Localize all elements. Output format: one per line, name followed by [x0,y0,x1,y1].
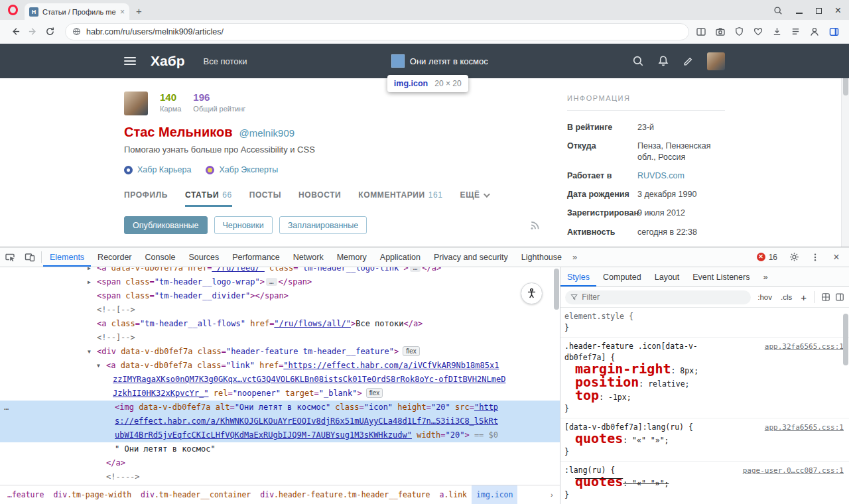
styles-tab-styles[interactable]: Styles [560,267,596,286]
new-tab-button[interactable]: + [136,5,142,17]
chevron-right-icon[interactable]: ▶ [88,267,91,275]
flex-badge[interactable]: flex [366,388,383,398]
write-pencil-icon[interactable] [683,56,694,67]
devtools-close-icon[interactable]: × [826,251,846,263]
profile-tab-2[interactable]: ПОСТЫ [249,186,281,207]
css-source-link[interactable]: app.32fa6565.css:1 [765,341,844,352]
tree-line[interactable]: zzIMYRagaXKso0nQM7K3g0GKqx…vctG3Q4VOL6KL… [0,373,560,387]
more-tabs-icon[interactable]: » [568,247,581,267]
url-text[interactable]: habr.com/ru/users/melnik909/articles/ [86,27,224,36]
computed-sidebar-icon[interactable] [835,292,844,302]
rss-icon[interactable] [529,220,541,231]
flex-badge[interactable]: flex [403,346,420,356]
profile-tab-5[interactable]: ЕЩЁ [460,186,488,207]
devtools-tab-recorder[interactable]: Recorder [91,247,138,267]
tree-line[interactable]: ▶<span class="tm-header__logo-wrap">…</s… [0,275,560,289]
tab-search-icon[interactable] [773,6,783,15]
devtools-tab-performance[interactable]: Performance [226,247,287,267]
profile-avatar[interactable] [124,92,148,115]
window-close-button[interactable]: × [835,5,841,16]
profile-tab-0[interactable]: ПРОФИЛЬ [124,186,168,207]
breadcrumb-item[interactable]: div.header-feature.tm-header__feature [255,485,434,504]
profile-badge[interactable]: Хабр Эксперты [206,165,278,174]
feature-link[interactable]: Они летят в космос img.icon 20 × 20 [391,54,488,68]
bookmark-heart-icon[interactable] [753,27,763,36]
info-value[interactable]: RUVDS.com [637,170,685,181]
filter-chip-1[interactable]: Черновики [214,216,273,234]
tree-line[interactable]: …<img data-v-db0fef7a alt="Они летят в к… [0,401,560,414]
filter-chip-0[interactable]: Опубликованные [124,216,208,234]
devtools-tab-elements[interactable]: Elements [43,247,91,267]
element-classes-button[interactable]: .cls [779,293,794,301]
toggle-element-state-button[interactable]: :hov [755,293,774,301]
download-icon[interactable] [772,27,782,36]
css-declaration[interactable]: position: relative; [564,377,844,390]
kebab-menu-icon[interactable] [805,253,825,262]
styles-tab-computed[interactable]: Computed [596,267,648,286]
tree-line[interactable]: <!--]--> [0,331,560,345]
opera-logo[interactable] [8,5,18,15]
error-badge[interactable]: ✕ 16 [751,253,783,262]
expand-ellipsis-button[interactable]: … [410,267,421,272]
menu-icon[interactable] [124,57,136,65]
css-source-link[interactable]: page-user.0…cc087.css:1 [743,465,844,476]
css-declaration[interactable]: quotes: "«" "»"; [564,476,844,489]
rendering-emulation-icon[interactable] [821,292,830,302]
tree-line[interactable]: JzkhII0HK32xKpvcYr_" rel="noopener" targ… [0,387,560,401]
tree-line[interactable]: <span class="tm-header__divider"></span> [0,289,560,303]
expand-ellipsis-button[interactable]: … [266,278,277,286]
breadcrumb-item[interactable]: img.icon [472,485,517,504]
node-menu-icon[interactable]: … [4,401,9,414]
chevron-down-icon[interactable]: ▼ [88,345,91,359]
tree-line[interactable]: </a> [0,456,560,470]
new-style-rule-button[interactable]: + [799,292,809,303]
breadcrumb-item[interactable]: div.tm-page-width [48,485,136,504]
tree-line[interactable]: " Они летят в космос" [0,442,560,456]
browser-tab[interactable]: H Статьи / Профиль melnik... × [25,3,129,20]
sidebar-toggle-icon[interactable] [828,27,840,37]
breadcrumb-item[interactable]: …feature [3,485,48,504]
user-avatar[interactable] [707,52,725,70]
notifications-bell-icon[interactable] [657,55,669,67]
forward-button[interactable] [24,27,41,36]
chevron-down-icon[interactable]: ▼ [97,359,100,373]
tree-line[interactable]: ▼<div data-v-db0fef7a class="header-feat… [0,345,560,359]
reading-list-icon[interactable] [791,27,801,36]
devtools-tab-privacy-and-security[interactable]: Privacy and security [427,247,515,267]
minimize-button[interactable] [796,7,803,15]
site-badge-icon[interactable] [72,27,81,36]
profile-badge[interactable]: Хабр Карьера [124,165,191,174]
device-toolbar-icon[interactable] [20,247,40,267]
css-declaration[interactable]: quotes: "«" "»"; [564,433,844,446]
devtools-tab-lighthouse[interactable]: Lighthouse [515,247,568,267]
css-declaration[interactable]: top: -1px; [564,390,844,403]
settings-gear-icon[interactable] [784,252,804,262]
header-search-icon[interactable] [632,55,644,67]
address-bar[interactable]: habr.com/ru/users/melnik909/articles/ [65,23,689,40]
devtools-tab-sources[interactable]: Sources [182,247,226,267]
filter-input[interactable] [582,292,746,302]
profile-tab-4[interactable]: КОММЕНТАРИИ161 [358,186,442,207]
devtools-tab-console[interactable]: Console [139,247,182,267]
tree-line[interactable]: ▶<a data-v-db0fef7a href="/ru/feed/" cla… [0,267,560,275]
styles-tab-event-listeners[interactable]: Event Listeners [686,267,756,286]
devtools-tab-network[interactable]: Network [287,247,330,267]
tree-line[interactable]: <!----> [0,470,560,484]
styles-filter[interactable] [565,290,751,304]
breadcrumb-item[interactable]: a.link [434,485,472,504]
tree-line[interactable]: ubWI4BrRd5jvEqfcCKIcLHfVQKdMaExRUgbIJQ9M… [0,428,560,442]
devtools-tab-memory[interactable]: Memory [330,247,373,267]
breadcrumb-item[interactable]: div.tm-header__container [136,485,255,504]
profile-tab-1[interactable]: СТАТЬИ66 [185,186,232,207]
tree-line[interactable]: <!--[--> [0,303,560,317]
breadcrumb-scroll-right-icon[interactable]: › [544,485,560,504]
styles-tab-layout[interactable]: Layout [648,267,686,286]
chevron-right-icon[interactable]: ▶ [88,275,91,289]
tree-line[interactable]: s://effect.habr.com/a/KhWNKOJGLKOuAYrEOQ… [0,414,560,428]
all-flows-link[interactable]: Все потоки [204,56,247,66]
inspect-element-icon[interactable] [0,247,20,267]
styles-more-tabs-icon[interactable]: » [756,267,774,286]
styles-scrollbar[interactable] [843,314,848,365]
profile-username[interactable]: @melnik909 [239,127,294,139]
maximize-button[interactable] [816,7,822,15]
